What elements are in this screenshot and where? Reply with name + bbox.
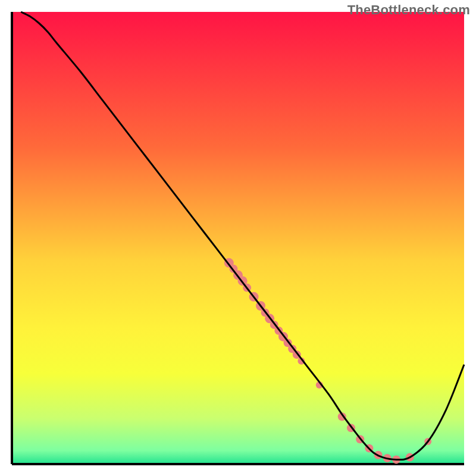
gradient-background — [12, 12, 464, 464]
watermark-text: TheBottleneck.com — [347, 2, 470, 18]
chart-stage: TheBottleneck.com — [0, 0, 476, 476]
bottleneck-chart — [0, 0, 476, 476]
